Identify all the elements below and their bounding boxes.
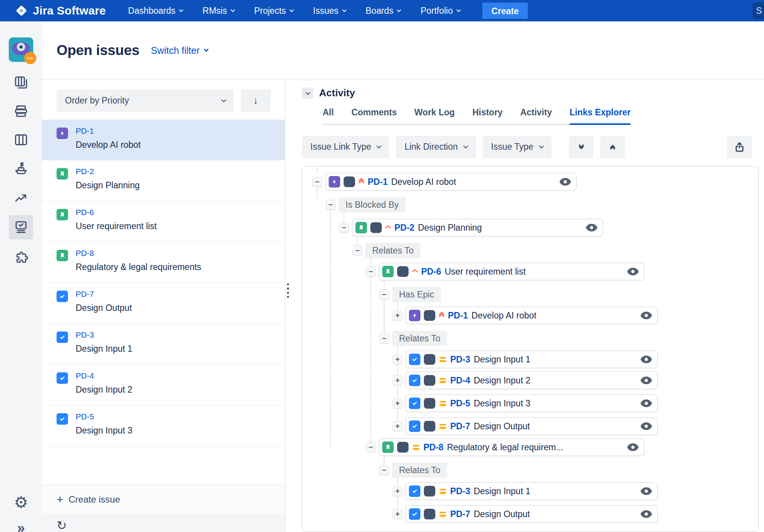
search-input[interactable]: S bbox=[753, 2, 764, 19]
nav-issues[interactable]: Issues bbox=[313, 6, 346, 16]
eye-icon[interactable] bbox=[641, 312, 652, 319]
issue-summary: Develop AI robot bbox=[471, 310, 536, 321]
expand-node-button[interactable] bbox=[393, 310, 402, 320]
backlog-icon[interactable] bbox=[9, 100, 33, 122]
issue-type-filter[interactable]: Issue Type bbox=[483, 136, 552, 158]
issues-icon[interactable] bbox=[9, 215, 33, 239]
expand-node-button[interactable] bbox=[393, 509, 402, 519]
priority-medium-icon bbox=[440, 401, 446, 406]
issue-row-pd8[interactable]: PD-8 Regulatory & legal requirements bbox=[42, 242, 285, 283]
collapse-node-button[interactable] bbox=[339, 223, 349, 233]
issue-summary: Design Input 2 bbox=[474, 375, 530, 386]
eye-icon[interactable] bbox=[641, 399, 652, 407]
collapse-link-button[interactable] bbox=[379, 465, 389, 475]
nav-dashboards[interactable]: Dashboards bbox=[128, 6, 183, 16]
collapse-activity-button[interactable] bbox=[302, 87, 313, 99]
story-icon bbox=[382, 266, 394, 277]
eye-icon[interactable] bbox=[641, 487, 652, 495]
sort-direction-button[interactable]: ↓ bbox=[241, 89, 271, 112]
issue-key: PD-1 bbox=[76, 126, 285, 136]
tree-row: PD-7 Design Output bbox=[393, 505, 658, 523]
task-icon bbox=[409, 375, 420, 386]
collapse-node-button[interactable] bbox=[366, 267, 376, 277]
tree-row: PD-6 User requirement list bbox=[366, 263, 644, 280]
expand-node-button[interactable] bbox=[393, 398, 402, 408]
eye-icon[interactable] bbox=[641, 356, 652, 363]
nav-boards[interactable]: Boards bbox=[366, 6, 401, 16]
tree-issue-card[interactable]: PD-1 Develop AI robot bbox=[325, 173, 577, 191]
tree-issue-card[interactable]: PD-4 Design Input 2 bbox=[406, 372, 658, 389]
tab-all[interactable]: All bbox=[323, 107, 334, 118]
chevron-down-icon bbox=[179, 8, 183, 12]
expand-all-button[interactable] bbox=[569, 136, 594, 158]
collapse-all-button[interactable] bbox=[600, 136, 625, 158]
tree-issue-card[interactable]: PD-5 Design Input 3 bbox=[406, 395, 658, 412]
issue-summary: Design Planning bbox=[76, 180, 285, 191]
expand-node-button[interactable] bbox=[393, 421, 402, 431]
issue-row-pd3[interactable]: PD-3 Design Input 1 bbox=[42, 324, 285, 365]
issue-row-pd2[interactable]: PD-2 Design Planning bbox=[42, 160, 285, 201]
collapse-link-button[interactable] bbox=[379, 289, 389, 299]
tree-issue-card[interactable]: PD-8 Regulatory & legal requirem... bbox=[379, 438, 644, 456]
issue-row-pd6[interactable]: PD-6 User requirement list bbox=[42, 201, 285, 242]
expand-node-button[interactable] bbox=[393, 375, 402, 385]
jira-logo[interactable]: Jira Software bbox=[15, 4, 106, 18]
collapse-link-button[interactable] bbox=[326, 200, 336, 210]
issue-row-pd4[interactable]: PD-4 Design Input 2 bbox=[42, 365, 285, 406]
issue-row-pd7[interactable]: PD-7 Design Output bbox=[42, 283, 285, 324]
export-button[interactable] bbox=[727, 136, 752, 158]
boards-icon[interactable] bbox=[9, 72, 33, 93]
tab-links-explorer[interactable]: Links Explorer bbox=[569, 107, 631, 118]
collapse-node-button[interactable] bbox=[312, 177, 322, 187]
order-by-select[interactable]: Order by Priority bbox=[57, 89, 234, 112]
reports-icon[interactable] bbox=[9, 186, 33, 208]
issue-row-pd1[interactable]: PD-1 Develop AI robot bbox=[42, 120, 285, 160]
brand-label: Jira Software bbox=[33, 4, 106, 17]
eye-icon[interactable] bbox=[641, 422, 652, 430]
issue-row-pd5[interactable]: PD-5 Design Input 3 bbox=[42, 406, 285, 446]
link-direction-filter[interactable]: Link Direction bbox=[396, 136, 475, 158]
tab-history[interactable]: History bbox=[472, 107, 503, 118]
collapse-link-button[interactable] bbox=[352, 246, 362, 255]
eye-icon[interactable] bbox=[627, 268, 639, 275]
switch-filter-button[interactable]: Switch filter bbox=[151, 45, 208, 56]
eye-icon[interactable] bbox=[586, 224, 597, 231]
priority-medium-icon bbox=[440, 378, 446, 383]
create-issue-button[interactable]: + Create issue bbox=[42, 484, 285, 514]
tab-comments[interactable]: Comments bbox=[351, 107, 397, 118]
collapse-link-button[interactable] bbox=[379, 333, 389, 343]
releases-icon[interactable] bbox=[9, 158, 33, 179]
settings-gear-icon[interactable]: ⚙ bbox=[14, 495, 28, 511]
panel-resize-handle[interactable] bbox=[287, 283, 289, 298]
eye-icon[interactable] bbox=[627, 443, 639, 451]
nav-rmsis[interactable]: RMsis bbox=[203, 6, 234, 16]
nav-portfolio[interactable]: Portfolio bbox=[420, 6, 460, 16]
active-sprints-icon[interactable] bbox=[9, 129, 33, 150]
issue-summary: Design Input 2 bbox=[76, 385, 285, 395]
nav-projects[interactable]: Projects bbox=[254, 6, 293, 16]
collapse-node-button[interactable] bbox=[366, 442, 376, 452]
tab-activity[interactable]: Activity bbox=[520, 107, 552, 118]
project-avatar[interactable]: <> bbox=[9, 37, 33, 62]
eye-icon[interactable] bbox=[560, 178, 571, 186]
issue-summary: User requirement list bbox=[444, 267, 526, 277]
links-filters: Issue Link Type Link Direction Issue Typ… bbox=[302, 136, 764, 158]
expand-node-button[interactable] bbox=[393, 354, 402, 364]
tree-issue-card[interactable]: PD-6 User requirement list bbox=[379, 263, 644, 280]
tree-issue-card[interactable]: PD-3 Design Input 1 bbox=[406, 482, 658, 500]
tree-issue-card[interactable]: PD-7 Design Output bbox=[406, 417, 658, 435]
tree-issue-card[interactable]: PD-1 Develop AI robot bbox=[406, 307, 658, 324]
tree-issue-card[interactable]: PD-3 Design Input 1 bbox=[406, 351, 658, 368]
tree-issue-card[interactable]: PD-7 Design Output bbox=[406, 505, 658, 523]
create-button[interactable]: Create bbox=[482, 3, 528, 19]
tab-work-log[interactable]: Work Log bbox=[414, 107, 455, 118]
issue-link-type-filter[interactable]: Issue Link Type bbox=[302, 136, 389, 158]
refresh-icon[interactable]: ↻ bbox=[57, 519, 67, 532]
eye-icon[interactable] bbox=[641, 377, 652, 384]
story-icon bbox=[57, 250, 68, 261]
tree-issue-card[interactable]: PD-2 Design Planning bbox=[352, 219, 603, 236]
eye-icon[interactable] bbox=[641, 510, 652, 518]
add-ons-icon[interactable] bbox=[9, 247, 33, 268]
expand-sidebar-icon[interactable]: » bbox=[17, 521, 25, 532]
expand-node-button[interactable] bbox=[393, 486, 402, 496]
